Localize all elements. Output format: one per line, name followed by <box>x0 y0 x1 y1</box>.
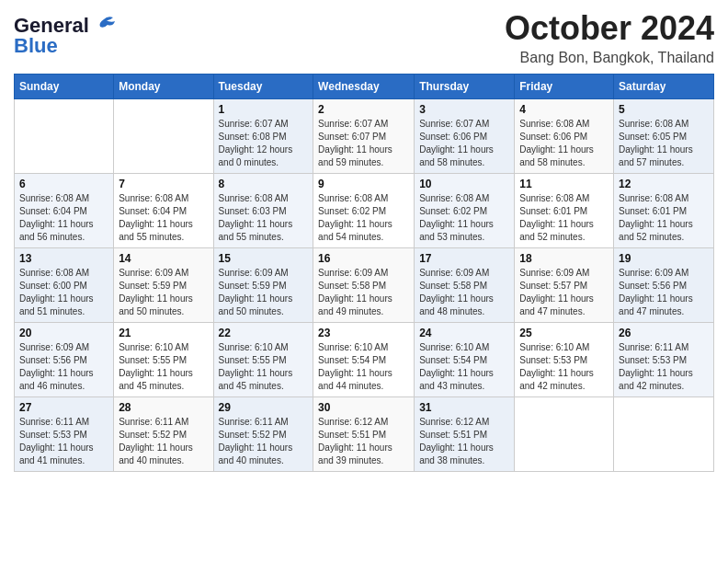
header-friday: Friday <box>515 75 614 99</box>
calendar-cell <box>114 99 213 174</box>
calendar-cell: 30Sunrise: 6:12 AM Sunset: 5:51 PM Dayli… <box>313 397 415 472</box>
calendar-week-row: 27Sunrise: 6:11 AM Sunset: 5:53 PM Dayli… <box>15 397 714 472</box>
calendar-cell: 2Sunrise: 6:07 AM Sunset: 6:07 PM Daylig… <box>313 99 415 174</box>
header-tuesday: Tuesday <box>213 75 313 99</box>
day-info: Sunrise: 6:08 AM Sunset: 6:01 PM Dayligh… <box>619 192 709 244</box>
day-info: Sunrise: 6:12 AM Sunset: 5:51 PM Dayligh… <box>419 416 509 467</box>
location-title: Bang Bon, Bangkok, Thailand <box>505 50 714 66</box>
calendar-cell: 6Sunrise: 6:08 AM Sunset: 6:04 PM Daylig… <box>15 174 114 248</box>
calendar-cell: 18Sunrise: 6:09 AM Sunset: 5:57 PM Dayli… <box>515 248 614 323</box>
day-info: Sunrise: 6:08 AM Sunset: 6:06 PM Dayligh… <box>519 118 609 169</box>
calendar-cell: 21Sunrise: 6:10 AM Sunset: 5:55 PM Dayli… <box>114 323 213 397</box>
day-number: 13 <box>19 252 108 265</box>
header-saturday: Saturday <box>614 75 714 99</box>
day-number: 12 <box>619 178 709 190</box>
day-info: Sunrise: 6:09 AM Sunset: 5:57 PM Dayligh… <box>519 267 609 318</box>
day-info: Sunrise: 6:11 AM Sunset: 5:53 PM Dayligh… <box>19 416 108 467</box>
day-number: 2 <box>318 103 409 116</box>
day-number: 15 <box>219 252 309 265</box>
calendar-cell: 29Sunrise: 6:11 AM Sunset: 5:52 PM Dayli… <box>213 397 313 472</box>
day-info: Sunrise: 6:08 AM Sunset: 6:02 PM Dayligh… <box>318 192 409 244</box>
header-thursday: Thursday <box>415 75 515 99</box>
day-info: Sunrise: 6:08 AM Sunset: 6:04 PM Dayligh… <box>19 192 108 244</box>
header: General Blue October 2024 Bang Bon, Bang… <box>14 9 714 66</box>
day-info: Sunrise: 6:10 AM Sunset: 5:55 PM Dayligh… <box>119 341 208 393</box>
day-number: 8 <box>219 178 309 190</box>
day-number: 16 <box>318 252 409 265</box>
day-info: Sunrise: 6:08 AM Sunset: 6:05 PM Dayligh… <box>619 118 709 169</box>
calendar-cell: 17Sunrise: 6:09 AM Sunset: 5:58 PM Dayli… <box>415 248 515 323</box>
calendar-cell: 14Sunrise: 6:09 AM Sunset: 5:59 PM Dayli… <box>114 248 213 323</box>
day-info: Sunrise: 6:10 AM Sunset: 5:54 PM Dayligh… <box>318 341 409 393</box>
day-number: 10 <box>419 178 509 190</box>
calendar-header-row: SundayMondayTuesdayWednesdayThursdayFrid… <box>15 75 714 99</box>
calendar-cell: 24Sunrise: 6:10 AM Sunset: 5:54 PM Dayli… <box>415 323 515 397</box>
calendar-cell <box>515 397 614 472</box>
header-monday: Monday <box>114 75 213 99</box>
day-number: 30 <box>318 401 409 414</box>
calendar-week-row: 13Sunrise: 6:08 AM Sunset: 6:00 PM Dayli… <box>15 248 714 323</box>
day-number: 22 <box>219 327 309 339</box>
day-info: Sunrise: 6:08 AM Sunset: 6:00 PM Dayligh… <box>19 267 108 318</box>
logo: General Blue <box>14 9 117 58</box>
day-info: Sunrise: 6:09 AM Sunset: 5:56 PM Dayligh… <box>19 341 108 393</box>
day-info: Sunrise: 6:11 AM Sunset: 5:52 PM Dayligh… <box>219 416 309 467</box>
calendar-cell: 28Sunrise: 6:11 AM Sunset: 5:52 PM Dayli… <box>114 397 213 472</box>
day-info: Sunrise: 6:10 AM Sunset: 5:55 PM Dayligh… <box>219 341 309 393</box>
day-number: 4 <box>519 103 609 116</box>
day-info: Sunrise: 6:10 AM Sunset: 5:53 PM Dayligh… <box>519 341 609 393</box>
day-number: 20 <box>19 327 108 339</box>
day-info: Sunrise: 6:09 AM Sunset: 5:56 PM Dayligh… <box>619 267 709 318</box>
day-number: 23 <box>318 327 409 339</box>
calendar-cell: 3Sunrise: 6:07 AM Sunset: 6:06 PM Daylig… <box>415 99 515 174</box>
calendar-cell: 7Sunrise: 6:08 AM Sunset: 6:04 PM Daylig… <box>114 174 213 248</box>
day-info: Sunrise: 6:08 AM Sunset: 6:04 PM Dayligh… <box>119 192 208 244</box>
day-info: Sunrise: 6:09 AM Sunset: 5:58 PM Dayligh… <box>318 267 409 318</box>
day-number: 3 <box>419 103 509 116</box>
calendar-cell <box>15 99 114 174</box>
day-number: 11 <box>519 178 609 190</box>
calendar-cell: 15Sunrise: 6:09 AM Sunset: 5:59 PM Dayli… <box>213 248 313 323</box>
day-number: 19 <box>619 252 709 265</box>
calendar-cell: 12Sunrise: 6:08 AM Sunset: 6:01 PM Dayli… <box>614 174 714 248</box>
day-info: Sunrise: 6:07 AM Sunset: 6:07 PM Dayligh… <box>318 118 409 169</box>
calendar-cell: 16Sunrise: 6:09 AM Sunset: 5:58 PM Dayli… <box>313 248 415 323</box>
day-info: Sunrise: 6:11 AM Sunset: 5:53 PM Dayligh… <box>619 341 709 393</box>
day-number: 27 <box>19 401 108 414</box>
day-number: 7 <box>119 178 208 190</box>
calendar-cell: 5Sunrise: 6:08 AM Sunset: 6:05 PM Daylig… <box>614 99 714 174</box>
calendar-cell: 10Sunrise: 6:08 AM Sunset: 6:02 PM Dayli… <box>415 174 515 248</box>
calendar-cell <box>614 397 714 472</box>
calendar-cell: 8Sunrise: 6:08 AM Sunset: 6:03 PM Daylig… <box>213 174 313 248</box>
calendar-cell: 26Sunrise: 6:11 AM Sunset: 5:53 PM Dayli… <box>614 323 714 397</box>
day-number: 6 <box>19 178 108 190</box>
calendar-cell: 22Sunrise: 6:10 AM Sunset: 5:55 PM Dayli… <box>213 323 313 397</box>
calendar-cell: 19Sunrise: 6:09 AM Sunset: 5:56 PM Dayli… <box>614 248 714 323</box>
day-number: 29 <box>219 401 309 414</box>
calendar-cell: 27Sunrise: 6:11 AM Sunset: 5:53 PM Dayli… <box>15 397 114 472</box>
calendar-cell: 23Sunrise: 6:10 AM Sunset: 5:54 PM Dayli… <box>313 323 415 397</box>
day-number: 21 <box>119 327 208 339</box>
day-info: Sunrise: 6:10 AM Sunset: 5:54 PM Dayligh… <box>419 341 509 393</box>
day-info: Sunrise: 6:07 AM Sunset: 6:06 PM Dayligh… <box>419 118 509 169</box>
day-info: Sunrise: 6:11 AM Sunset: 5:52 PM Dayligh… <box>119 416 208 467</box>
calendar-cell: 20Sunrise: 6:09 AM Sunset: 5:56 PM Dayli… <box>15 323 114 397</box>
day-number: 25 <box>519 327 609 339</box>
calendar-cell: 13Sunrise: 6:08 AM Sunset: 6:00 PM Dayli… <box>15 248 114 323</box>
calendar-cell: 9Sunrise: 6:08 AM Sunset: 6:02 PM Daylig… <box>313 174 415 248</box>
calendar-cell: 11Sunrise: 6:08 AM Sunset: 6:01 PM Dayli… <box>515 174 614 248</box>
header-sunday: Sunday <box>15 75 114 99</box>
day-number: 1 <box>219 103 309 116</box>
day-info: Sunrise: 6:09 AM Sunset: 5:58 PM Dayligh… <box>419 267 509 318</box>
day-number: 14 <box>119 252 208 265</box>
day-number: 31 <box>419 401 509 414</box>
calendar-week-row: 6Sunrise: 6:08 AM Sunset: 6:04 PM Daylig… <box>15 174 714 248</box>
day-info: Sunrise: 6:12 AM Sunset: 5:51 PM Dayligh… <box>318 416 409 467</box>
day-info: Sunrise: 6:08 AM Sunset: 6:03 PM Dayligh… <box>219 192 309 244</box>
month-title: October 2024 <box>505 9 714 48</box>
header-wednesday: Wednesday <box>313 75 415 99</box>
calendar-cell: 1Sunrise: 6:07 AM Sunset: 6:08 PM Daylig… <box>213 99 313 174</box>
day-number: 24 <box>419 327 509 339</box>
calendar-week-row: 1Sunrise: 6:07 AM Sunset: 6:08 PM Daylig… <box>15 99 714 174</box>
calendar-week-row: 20Sunrise: 6:09 AM Sunset: 5:56 PM Dayli… <box>15 323 714 397</box>
